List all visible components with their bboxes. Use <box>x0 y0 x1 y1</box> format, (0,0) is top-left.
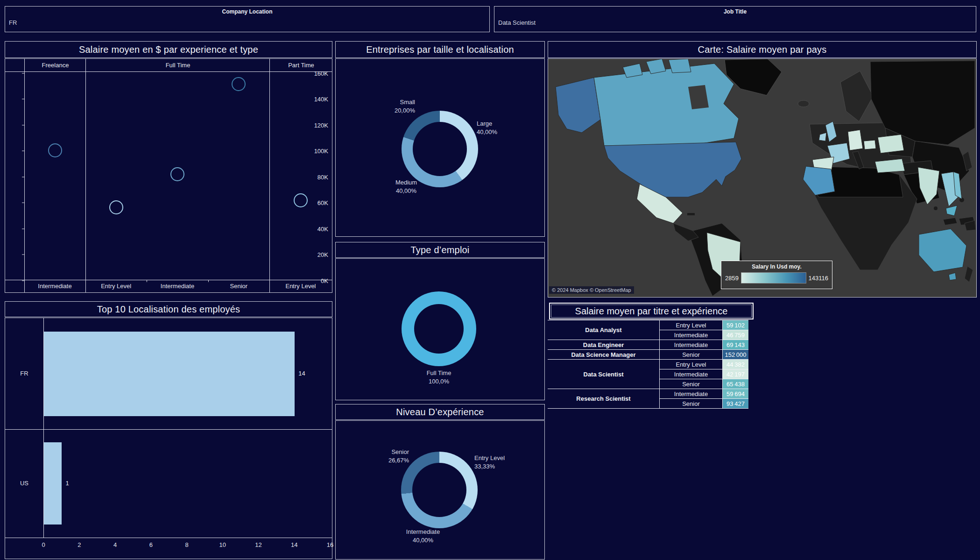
bar-x-tick-label: 2 <box>70 541 89 548</box>
table-job-title-cell[interactable]: Research Scientist <box>548 389 660 408</box>
table-experience-cell[interactable]: Intermediate <box>660 330 723 340</box>
table-salary-cell[interactable]: 46 759 <box>723 330 748 340</box>
scatter-axis-tick <box>22 280 24 281</box>
salary-table-title[interactable]: Salaire moyen par titre et expérience <box>549 303 754 319</box>
employment-type-donut[interactable] <box>402 291 476 366</box>
map-country-canada[interactable] <box>594 64 739 146</box>
table-row: Senior93 427 <box>660 398 748 408</box>
map-color-legend: Salary In Usd moy. 2859 143116 <box>721 261 832 289</box>
table-salary-cell[interactable]: 69 143 <box>723 340 748 349</box>
table-experience-cell[interactable]: Senior <box>660 350 723 359</box>
scatter-point[interactable] <box>48 143 62 157</box>
experience-panel-title: Niveau D’expérience <box>335 404 545 420</box>
table-salary-cell[interactable]: 42 197 <box>723 369 748 379</box>
scatter-point[interactable] <box>109 200 123 214</box>
scatter-point[interactable] <box>232 77 246 91</box>
table-job-title-cell[interactable]: Data Engineer <box>548 340 660 349</box>
bar[interactable] <box>44 332 295 416</box>
table-experience-cell[interactable]: Senior <box>660 379 723 389</box>
company-location-filter[interactable]: Company Location FR <box>5 6 490 32</box>
map-attribution: © 2024 Mapbox © OpenStreetMap <box>549 286 634 294</box>
scatter-y-tick-label: 140K <box>307 96 328 103</box>
table-salary-cell[interactable]: 93 427 <box>723 399 748 408</box>
experience-panel: Senior 26,67% Entry Level 33,33% Interme… <box>335 420 545 560</box>
company-size-panel-title: Entreprises par taille et localisation <box>335 41 545 58</box>
scatter-grid-line <box>24 59 25 292</box>
scatter-axis-tick <box>22 73 24 73</box>
bar-row-label: US <box>5 480 43 487</box>
table-salary-cell[interactable]: 44 382 <box>723 360 748 369</box>
bar-x-tick-label: 0 <box>34 541 53 548</box>
scatter-x-label: Intermediate <box>149 283 205 290</box>
bar-x-tick-label: 8 <box>177 541 196 548</box>
table-salary-cell[interactable]: 65 438 <box>723 379 748 389</box>
scatter-y-tick-label: 100K <box>307 148 328 155</box>
table-salary-cell[interactable]: 59 102 <box>723 320 748 330</box>
table-group: Data ScientistEntry Level44 382Intermedi… <box>548 359 748 389</box>
company-location-filter-label: Company Location <box>5 8 489 15</box>
scatter-y-tick-label: 80K <box>307 173 328 180</box>
map-legend-gradient <box>741 272 806 284</box>
table-group: Data EngineerIntermediate69 143 <box>548 340 748 349</box>
table-group: Data AnalystEntry Level59 102Intermediat… <box>548 320 748 340</box>
donut-hole <box>413 122 467 176</box>
map-legend-title: Salary In Usd moy. <box>721 263 832 270</box>
table-group: Data Science ManagerSenior152 000 <box>548 349 748 359</box>
bar[interactable] <box>44 442 62 525</box>
donut-label-small: Small 20,00% <box>395 98 415 115</box>
top-locations-panel: FR14US10246810121416 <box>5 318 332 559</box>
table-job-title-cell[interactable]: Data Science Manager <box>548 350 660 359</box>
table-experience-cell[interactable]: Entry Level <box>660 360 723 369</box>
table-salary-cell[interactable]: 152 000 <box>723 350 748 359</box>
map-country-iceland <box>798 100 809 107</box>
scatter-column-header: Full Time <box>85 59 270 71</box>
bar-x-tick-label: 10 <box>213 541 232 548</box>
donut-hole <box>412 463 466 517</box>
job-title-filter-value[interactable]: Data Scientist <box>498 19 536 26</box>
scatter-grid-line <box>85 59 86 292</box>
map-panel: Salary In Usd moy. 2859 143116 © 2024 Ma… <box>548 58 977 298</box>
scatter-point[interactable] <box>170 167 184 181</box>
map-country-ukraine[interactable] <box>878 135 904 153</box>
donut-label-large: Large 40,00% <box>477 120 497 136</box>
bar-x-tick-label: 14 <box>285 541 303 548</box>
company-location-filter-value[interactable]: FR <box>9 19 17 26</box>
map-country-germany[interactable] <box>848 130 863 150</box>
scatter-axis-tick <box>22 255 24 255</box>
table-row: Senior152 000 <box>660 350 748 359</box>
bar-label-column-separator <box>43 318 44 538</box>
table-row: Entry Level59 102 <box>660 320 748 330</box>
donut-label-full-time: Full Time 100,0% <box>411 369 467 386</box>
map-region-central-europe[interactable] <box>864 140 876 149</box>
experience-donut[interactable] <box>401 452 478 528</box>
donut-label-entry-level: Entry Level 33,33% <box>474 454 505 471</box>
table-experience-cell[interactable]: Intermediate <box>660 340 723 349</box>
table-bottom-border <box>548 408 748 409</box>
table-job-title-cell[interactable]: Data Scientist <box>548 360 660 389</box>
scatter-axis-tick <box>22 151 24 151</box>
table-job-title-cell[interactable]: Data Analyst <box>548 320 660 340</box>
table-row: Intermediate69 143 <box>660 340 748 349</box>
table-experience-cell[interactable]: Intermediate <box>660 369 723 379</box>
scatter-y-tick-label: 120K <box>307 121 328 128</box>
job-title-filter[interactable]: Job Title Data Scientist <box>494 6 976 32</box>
map-region-caribbean <box>687 213 695 215</box>
scatter-axis-tick <box>22 177 24 177</box>
table-salary-cell[interactable]: 59 694 <box>723 389 748 398</box>
table-experience-cell[interactable]: Intermediate <box>660 389 723 398</box>
bar-x-tick-label: 12 <box>249 541 268 548</box>
scatter-column-header: Freelance <box>24 59 86 71</box>
bar-row-separator <box>5 429 332 430</box>
bar-x-tick-label: 6 <box>141 541 160 548</box>
scatter-x-label: Intermediate <box>27 283 83 290</box>
company-size-donut[interactable] <box>402 111 478 187</box>
table-experience-cell[interactable]: Entry Level <box>660 320 723 330</box>
bar-row-label: FR <box>5 370 43 377</box>
table-experience-cell[interactable]: Senior <box>660 399 723 408</box>
employment-type-panel-title: Type d’emploi <box>335 242 545 258</box>
scatter-axis-tick <box>22 228 24 229</box>
scatter-x-label: Entry Level <box>88 283 144 290</box>
bar-chart-area: FR14US10246810121416 <box>5 318 332 559</box>
scatter-point[interactable] <box>294 193 308 207</box>
scatter-y-tick-label: 60K <box>307 199 328 206</box>
